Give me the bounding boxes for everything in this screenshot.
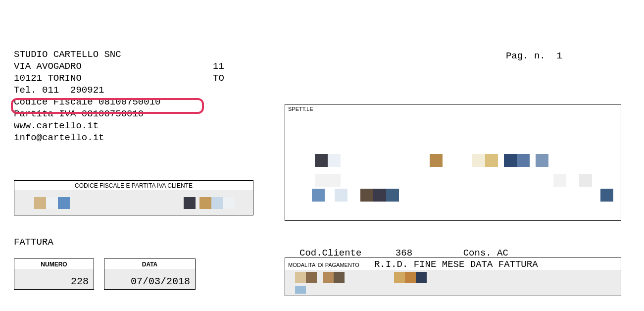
page-number: Pag. n. 1: [495, 40, 562, 61]
codcliente-row: Cod.Cliente 368 Cons. AC: [299, 237, 508, 259]
redacted-pixels: [295, 272, 427, 283]
redacted-pixels: [315, 154, 548, 167]
cons-value: AC: [497, 248, 508, 259]
pagamento-body: [285, 270, 621, 296]
sender-name: STUDIO CARTELLO SNC: [14, 49, 121, 60]
sender-street: VIA AVOGADRO: [14, 61, 82, 72]
pagamento-box: MODALITA' DI PAGAMENTO R.I.D. FINE MESE …: [285, 258, 621, 296]
sender-codfisc: Codice Fiscale 08100750010: [14, 97, 160, 107]
cons-label: Cons.: [463, 248, 492, 259]
codcliente-label: Cod.Cliente: [299, 248, 361, 259]
client-codfisc-box: CODICE FISCALE E PARTITA IVA CLIENTE: [14, 180, 253, 215]
codcliente-value: 368: [396, 248, 412, 259]
data-box: DATA 07/03/2018: [104, 259, 196, 290]
sender-email: info@cartello.it: [14, 132, 104, 143]
data-label: DATA: [104, 259, 195, 269]
sender-piva: Partita IVA 08100750010: [14, 108, 144, 119]
pagamento-header: MODALITA' DI PAGAMENTO R.I.D. FINE MESE …: [285, 258, 621, 270]
sender-block: STUDIO CARTELLO SNC VIA AVOGADRO 10121 T…: [14, 37, 160, 144]
spettle-box: SPETT.LE: [285, 104, 621, 221]
pagamento-label: MODALITA' DI PAGAMENTO: [288, 262, 359, 268]
fattura-title: FATTURA: [14, 237, 53, 248]
spettle-label: SPETT.LE: [285, 104, 621, 113]
sender-tel: Tel. 011 290921: [14, 85, 104, 96]
redacted-pixels: [295, 286, 306, 294]
pagamento-value: R.I.D. FINE MESE DATA FATTURA: [374, 259, 538, 270]
redacted-pixels: [600, 189, 613, 202]
sender-street-no: 11: [213, 61, 224, 72]
data-value: 07/03/2018: [104, 269, 195, 289]
page-label: Pag. n.: [506, 51, 545, 61]
numero-label: NUMERO: [14, 259, 94, 269]
redacted-pixels: [315, 174, 592, 187]
page-value: 1: [557, 51, 562, 61]
sender-province: TO: [213, 73, 224, 84]
redacted-pixels: [34, 197, 235, 209]
numero-value: 228: [14, 269, 94, 289]
redacted-pixels: [312, 189, 399, 202]
sender-address-col2: 11 TO: [213, 49, 224, 84]
client-codfisc-body: [14, 190, 253, 215]
client-codfisc-label: CODICE FISCALE E PARTITA IVA CLIENTE: [14, 181, 253, 190]
sender-zip-city: 10121 TORINO: [14, 73, 82, 84]
sender-web: www.cartello.it: [14, 120, 99, 131]
numero-box: NUMERO 228: [14, 259, 94, 290]
